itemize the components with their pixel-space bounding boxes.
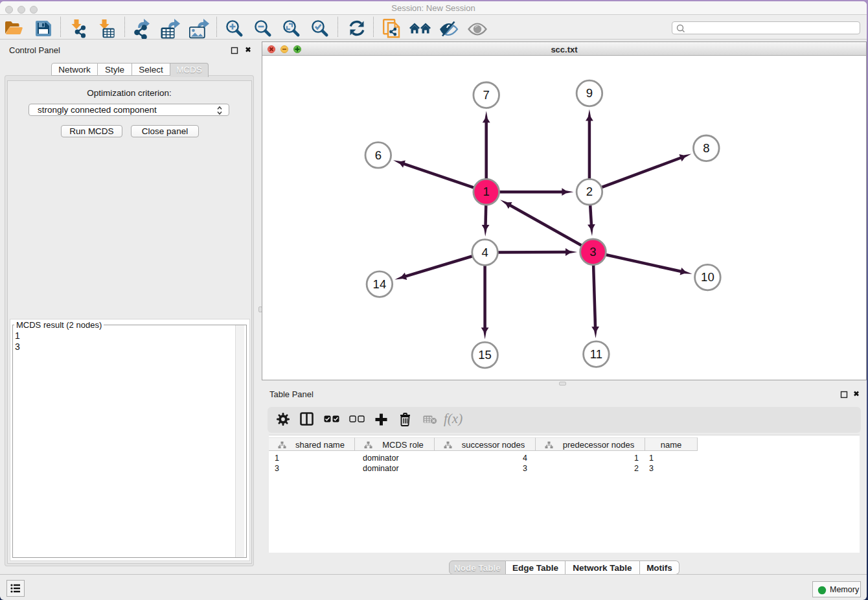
svg-text:6: 6 <box>375 148 382 162</box>
svg-text:14: 14 <box>373 277 387 291</box>
svg-text:11: 11 <box>590 347 602 361</box>
svg-text:3: 3 <box>589 245 596 259</box>
svg-text:2: 2 <box>586 185 593 198</box>
svg-text:15: 15 <box>478 348 492 362</box>
svg-text:7: 7 <box>483 88 490 102</box>
svg-text:4: 4 <box>481 246 488 259</box>
svg-text:9: 9 <box>586 86 593 100</box>
svg-text:10: 10 <box>701 270 714 284</box>
svg-text:8: 8 <box>703 141 709 155</box>
svg-text:1: 1 <box>483 185 490 198</box>
